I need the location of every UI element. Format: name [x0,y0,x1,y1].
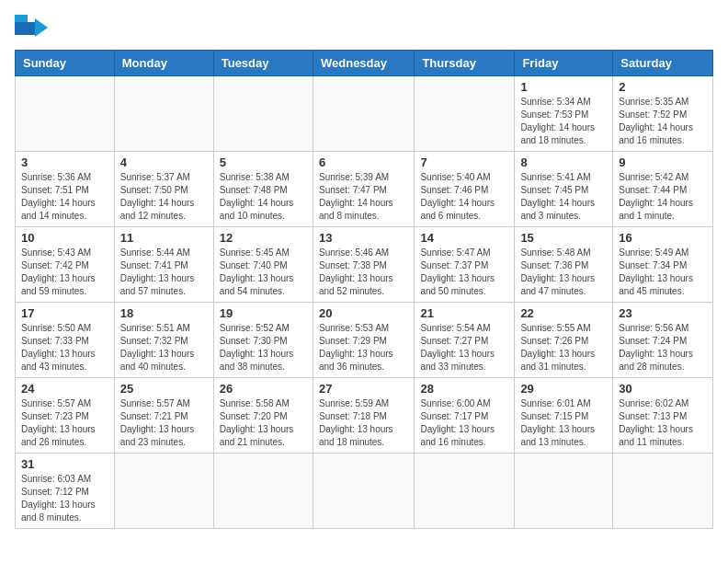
calendar-week-row: 1Sunrise: 5:34 AM Sunset: 7:53 PM Daylig… [16,76,713,152]
weekday-header-saturday: Saturday [613,51,713,76]
day-info: Sunrise: 5:37 AM Sunset: 7:50 PM Dayligh… [120,171,208,223]
day-number: 17 [21,306,108,320]
day-number: 31 [21,457,108,471]
day-info: Sunrise: 5:51 AM Sunset: 7:32 PM Dayligh… [120,322,208,373]
day-number: 22 [520,306,607,320]
calendar-cell: 23Sunrise: 5:56 AM Sunset: 7:24 PM Dayli… [613,303,713,378]
day-info: Sunrise: 5:46 AM Sunset: 7:38 PM Dayligh… [319,247,408,298]
page-header [15,15,713,40]
calendar-cell: 18Sunrise: 5:51 AM Sunset: 7:32 PM Dayli… [114,303,213,378]
day-info: Sunrise: 5:53 AM Sunset: 7:29 PM Dayligh… [319,322,408,373]
day-number: 26 [220,382,307,396]
day-number: 8 [520,155,607,169]
day-info: Sunrise: 5:58 AM Sunset: 7:20 PM Dayligh… [220,397,307,449]
day-number: 29 [520,382,607,396]
calendar-cell: 1Sunrise: 5:34 AM Sunset: 7:53 PM Daylig… [515,76,613,152]
day-info: Sunrise: 5:57 AM Sunset: 7:23 PM Dayligh… [21,397,108,449]
day-info: Sunrise: 5:34 AM Sunset: 7:53 PM Dayligh… [520,96,607,147]
day-info: Sunrise: 6:02 AM Sunset: 7:13 PM Dayligh… [619,397,707,449]
calendar-cell [114,76,213,152]
day-number: 13 [319,231,408,245]
day-info: Sunrise: 5:43 AM Sunset: 7:42 PM Dayligh… [21,247,108,298]
day-number: 11 [120,231,208,245]
day-info: Sunrise: 5:49 AM Sunset: 7:34 PM Dayligh… [619,247,707,298]
day-number: 23 [619,306,707,320]
calendar-cell: 22Sunrise: 5:55 AM Sunset: 7:26 PM Dayli… [515,303,613,378]
day-number: 9 [619,155,707,169]
day-info: Sunrise: 6:03 AM Sunset: 7:12 PM Dayligh… [21,473,108,524]
calendar-cell [313,76,414,152]
calendar-cell: 24Sunrise: 5:57 AM Sunset: 7:23 PM Dayli… [16,378,115,454]
calendar-cell: 9Sunrise: 5:42 AM Sunset: 7:44 PM Daylig… [613,152,713,227]
calendar-cell [415,454,515,529]
calendar-cell [16,76,115,152]
weekday-header-sunday: Sunday [16,51,115,76]
calendar-cell: 8Sunrise: 5:41 AM Sunset: 7:45 PM Daylig… [515,152,613,227]
day-number: 10 [21,231,108,245]
weekday-header-tuesday: Tuesday [213,51,313,76]
calendar-cell: 2Sunrise: 5:35 AM Sunset: 7:52 PM Daylig… [613,76,713,152]
day-number: 27 [319,382,408,396]
day-number: 3 [21,155,108,169]
day-number: 5 [220,155,307,169]
calendar-cell [213,454,313,529]
day-number: 2 [619,80,707,94]
day-number: 25 [120,382,208,396]
calendar-cell: 14Sunrise: 5:47 AM Sunset: 7:37 PM Dayli… [415,227,515,303]
weekday-header-wednesday: Wednesday [313,51,414,76]
svg-marker-1 [35,18,48,37]
day-info: Sunrise: 5:52 AM Sunset: 7:30 PM Dayligh… [220,322,307,373]
day-number: 20 [319,306,408,320]
calendar-cell: 11Sunrise: 5:44 AM Sunset: 7:41 PM Dayli… [114,227,213,303]
day-number: 4 [120,155,208,169]
calendar-cell: 21Sunrise: 5:54 AM Sunset: 7:27 PM Dayli… [415,303,515,378]
calendar-table: SundayMondayTuesdayWednesdayThursdayFrid… [15,50,713,529]
day-number: 7 [420,155,508,169]
day-number: 24 [21,382,108,396]
calendar-cell: 3Sunrise: 5:36 AM Sunset: 7:51 PM Daylig… [16,152,115,227]
day-number: 1 [520,80,607,94]
calendar-cell: 4Sunrise: 5:37 AM Sunset: 7:50 PM Daylig… [114,152,213,227]
calendar-cell: 13Sunrise: 5:46 AM Sunset: 7:38 PM Dayli… [313,227,414,303]
day-number: 14 [420,231,508,245]
day-number: 18 [120,306,208,320]
calendar-week-row: 10Sunrise: 5:43 AM Sunset: 7:42 PM Dayli… [16,227,713,303]
day-info: Sunrise: 5:44 AM Sunset: 7:41 PM Dayligh… [120,247,208,298]
day-number: 21 [420,306,508,320]
calendar-cell: 6Sunrise: 5:39 AM Sunset: 7:47 PM Daylig… [313,152,414,227]
calendar-cell: 28Sunrise: 6:00 AM Sunset: 7:17 PM Dayli… [415,378,515,454]
day-info: Sunrise: 5:40 AM Sunset: 7:46 PM Dayligh… [420,171,508,223]
svg-rect-2 [15,15,28,22]
day-info: Sunrise: 5:38 AM Sunset: 7:48 PM Dayligh… [220,171,307,223]
svg-rect-0 [15,22,35,35]
weekday-header-monday: Monday [114,51,213,76]
calendar-cell: 26Sunrise: 5:58 AM Sunset: 7:20 PM Dayli… [213,378,313,454]
calendar-week-row: 31Sunrise: 6:03 AM Sunset: 7:12 PM Dayli… [16,454,713,529]
day-number: 6 [319,155,408,169]
calendar-cell [313,454,414,529]
calendar-week-row: 3Sunrise: 5:36 AM Sunset: 7:51 PM Daylig… [16,152,713,227]
calendar-week-row: 24Sunrise: 5:57 AM Sunset: 7:23 PM Dayli… [16,378,713,454]
day-info: Sunrise: 5:54 AM Sunset: 7:27 PM Dayligh… [420,322,508,373]
day-info: Sunrise: 6:00 AM Sunset: 7:17 PM Dayligh… [420,397,508,449]
calendar-cell: 27Sunrise: 5:59 AM Sunset: 7:18 PM Dayli… [313,378,414,454]
calendar-cell: 7Sunrise: 5:40 AM Sunset: 7:46 PM Daylig… [415,152,515,227]
generalblue-logo-icon [15,15,48,40]
logo [15,15,51,40]
calendar-cell: 20Sunrise: 5:53 AM Sunset: 7:29 PM Dayli… [313,303,414,378]
day-info: Sunrise: 5:42 AM Sunset: 7:44 PM Dayligh… [619,171,707,223]
day-info: Sunrise: 6:01 AM Sunset: 7:15 PM Dayligh… [520,397,607,449]
day-info: Sunrise: 5:41 AM Sunset: 7:45 PM Dayligh… [520,171,607,223]
day-info: Sunrise: 5:47 AM Sunset: 7:37 PM Dayligh… [420,247,508,298]
day-number: 28 [420,382,508,396]
calendar-cell: 15Sunrise: 5:48 AM Sunset: 7:36 PM Dayli… [515,227,613,303]
calendar-cell: 10Sunrise: 5:43 AM Sunset: 7:42 PM Dayli… [16,227,115,303]
day-info: Sunrise: 5:39 AM Sunset: 7:47 PM Dayligh… [319,171,408,223]
calendar-cell: 17Sunrise: 5:50 AM Sunset: 7:33 PM Dayli… [16,303,115,378]
day-number: 30 [619,382,707,396]
calendar-cell [213,76,313,152]
calendar-cell: 19Sunrise: 5:52 AM Sunset: 7:30 PM Dayli… [213,303,313,378]
calendar-week-row: 17Sunrise: 5:50 AM Sunset: 7:33 PM Dayli… [16,303,713,378]
day-number: 12 [220,231,307,245]
weekday-header-friday: Friday [515,51,613,76]
